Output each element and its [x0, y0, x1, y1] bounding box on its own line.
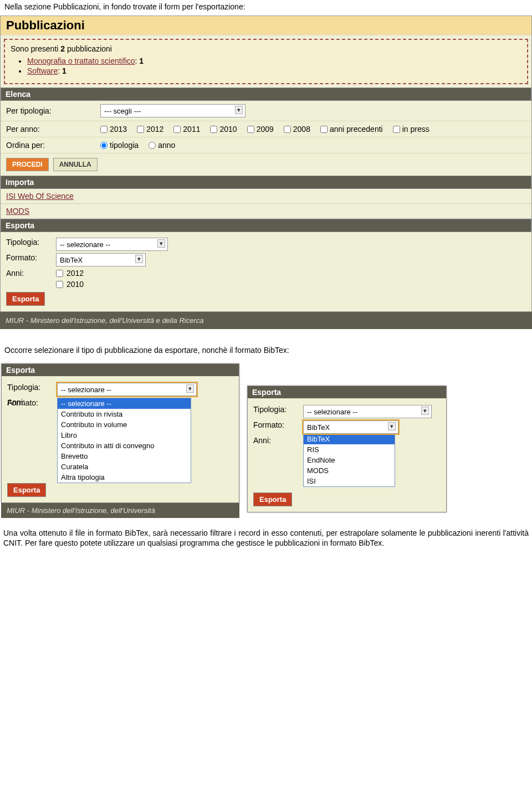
- ordina-label: Ordina per:: [6, 141, 100, 150]
- year-checkbox[interactable]: [247, 126, 254, 133]
- final-paragraph: Una volta ottenuto il file in formato Bi…: [0, 520, 532, 559]
- pubblicazioni-header: Pubblicazioni: [1, 16, 531, 35]
- formato-option-bibtex[interactable]: BibTeX: [304, 434, 395, 444]
- esporta-formato-select[interactable]: BibTeX: [56, 253, 146, 266]
- esporta-anno-checkbox[interactable]: [56, 270, 63, 277]
- pubblicazioni-panel: Pubblicazioni Sono presenti 2 pubblicazi…: [0, 16, 532, 312]
- esporta-tipologia-select[interactable]: -- selezionare --: [56, 238, 168, 251]
- mini-left-tipologia-select[interactable]: -- selezionare --: [57, 383, 197, 396]
- esporta-button[interactable]: Esporta: [6, 292, 45, 306]
- tipologia-option-curatela[interactable]: Curatela: [58, 461, 191, 472]
- importa-link-isi: ISI Web Of Science: [1, 189, 531, 204]
- pubblicazioni-summary-line: Sono presenti 2 pubblicazioni: [11, 44, 521, 53]
- mini-right-formato-select[interactable]: BibTeX: [303, 420, 398, 434]
- mini-right-tipologia-select[interactable]: -- selezionare --: [303, 405, 432, 418]
- esporta-anni-label: Anni:: [6, 269, 56, 278]
- pub-type-link-monografia[interactable]: Monografia o trattato scientifico: [27, 57, 135, 65]
- ordina-radio[interactable]: [149, 142, 156, 149]
- tipologia-option-selezionare[interactable]: -- selezionare --: [58, 398, 191, 409]
- row-ordina: Ordina per: tipologia anno: [1, 137, 531, 153]
- pubblicazioni-summary-box: Sono presenti 2 pubblicazioni Monografia…: [4, 39, 528, 84]
- esporta-anno-2012[interactable]: 2012: [56, 269, 84, 278]
- esporta-body: Tipologia: -- selezionare -- Formato: Bi…: [1, 232, 531, 311]
- intro-text-2: Occorre selezionare il tipo di pubblicaz…: [0, 329, 532, 361]
- isi-link[interactable]: ISI Web Of Science: [6, 192, 74, 201]
- formato-option-mods[interactable]: MODS: [304, 465, 395, 476]
- esporta-tipologia-label: Tipologia:: [6, 238, 56, 247]
- tipologia-option-libro[interactable]: Libro: [58, 430, 191, 440]
- annulla-button[interactable]: ANNULLA: [53, 158, 98, 171]
- tipologia-option-volume[interactable]: Contributo in volume: [58, 419, 191, 430]
- per-tipologia-select[interactable]: --- scegli ---: [100, 104, 245, 117]
- esporta-anno-2010[interactable]: 2010: [56, 280, 84, 289]
- year-check-2008[interactable]: 2008: [284, 125, 310, 134]
- elenca-button-bar: PROCEDI ANNULLA: [1, 153, 531, 176]
- year-checkbox[interactable]: [284, 126, 291, 133]
- year-check-precedenti[interactable]: anni precedenti: [320, 125, 383, 134]
- mods-link[interactable]: MODS: [6, 207, 29, 216]
- tipologia-option-rivista[interactable]: Contributo in rivista: [58, 409, 191, 419]
- mini-right-header: Esporta: [248, 386, 446, 398]
- miur-footer: MIUR - Ministero dell'Istruzione, dell'U…: [0, 312, 532, 329]
- esporta-examples-pair: Esporta Tipologia: -- selezionare -- For…: [0, 361, 532, 520]
- mini-right-anni-label: Anni:: [253, 436, 303, 445]
- formato-option-isi[interactable]: ISI: [304, 476, 395, 486]
- pub-type-count: 1: [139, 57, 144, 65]
- ordina-radio-tipologia[interactable]: tipologia: [100, 141, 139, 150]
- year-checkbox[interactable]: [100, 126, 108, 133]
- esporta-header: Esporta: [1, 219, 531, 232]
- year-check-2012[interactable]: 2012: [137, 125, 163, 134]
- esporta-formato-label: Formato:: [6, 253, 56, 262]
- tipologia-option-convegno[interactable]: Contributo in atti di convegno: [58, 440, 191, 451]
- summary-count: 2: [60, 44, 65, 53]
- year-check-2010[interactable]: 2010: [210, 125, 237, 134]
- mini-right-tipologia-label: Tipologia:: [253, 405, 303, 414]
- importa-header: Importa: [1, 176, 531, 189]
- pub-type-link-software[interactable]: Software: [27, 66, 58, 75]
- per-tipologia-label: Per tipologia:: [6, 106, 100, 115]
- esporta-formato-value: BibTeX: [60, 256, 83, 264]
- year-check-2013[interactable]: 2013: [100, 125, 127, 134]
- mini-panel-formato: Esporta Tipologia: -- selezionare -- For…: [247, 386, 447, 512]
- elenca-header: Elenca: [1, 88, 531, 101]
- intro-text-1: Nella sezione Pubblicazioni, in fondo tr…: [0, 0, 532, 16]
- year-checkbox[interactable]: [393, 126, 400, 133]
- year-checkbox[interactable]: [137, 126, 144, 133]
- mini-right-formato-label: Formato:: [253, 420, 303, 429]
- mini-left-footer: MIUR - Ministero dell'Istruzione, dell'U…: [1, 503, 239, 518]
- procedi-button[interactable]: PROCEDI: [6, 158, 49, 171]
- summary-suffix: pubblicazioni: [65, 44, 112, 53]
- mini-left-esporta-button[interactable]: Esporta: [7, 483, 46, 497]
- pub-type-item: Monografia o trattato scientifico: 1: [27, 57, 521, 65]
- importa-link-mods: MODS: [1, 204, 531, 219]
- ordina-radio[interactable]: [100, 142, 108, 149]
- mini-right-esporta-button[interactable]: Esporta: [253, 492, 292, 506]
- pub-type-item: Software: 1: [27, 66, 521, 75]
- row-per-tipologia: Per tipologia: --- scegli ---: [1, 101, 531, 121]
- year-check-2009[interactable]: 2009: [247, 125, 274, 134]
- row-per-anno: Per anno: 2013 2012 2011 2010 2009 2008 …: [1, 121, 531, 137]
- year-check-inpress[interactable]: in press: [393, 125, 429, 134]
- summary-prefix: Sono presenti: [11, 44, 60, 53]
- mini-panel-tipologia: Esporta Tipologia: -- selezionare -- For…: [1, 363, 239, 503]
- mini-left-header: Esporta: [2, 364, 239, 376]
- year-checkbox[interactable]: [320, 126, 328, 133]
- per-anno-label: Per anno:: [6, 125, 100, 134]
- formato-option-endnote[interactable]: EndNote: [304, 455, 395, 465]
- year-check-2011[interactable]: 2011: [173, 125, 200, 134]
- tipologia-option-brevetto[interactable]: Brevetto: [58, 451, 191, 461]
- year-checkbox[interactable]: [173, 126, 181, 133]
- mini-left-tipologia-label: Tipologia:: [7, 383, 57, 392]
- formato-dropdown-list[interactable]: BibTeX RIS EndNote MODS ISI: [303, 433, 395, 487]
- per-tipologia-value: --- scegli ---: [104, 107, 141, 115]
- formato-option-ris[interactable]: RIS: [304, 444, 395, 455]
- tipologia-dropdown-list[interactable]: -- selezionare -- Contributo in rivista …: [57, 398, 191, 483]
- pub-type-count: 1: [62, 66, 66, 75]
- esporta-anno-checkbox[interactable]: [56, 281, 63, 288]
- tipologia-option-altra[interactable]: Altra tipologia: [58, 472, 191, 483]
- esporta-tipologia-value: -- selezionare --: [60, 240, 110, 249]
- ordina-radio-anno[interactable]: anno: [149, 141, 175, 150]
- year-checkbox[interactable]: [210, 126, 217, 133]
- mini-left-anni-label: Anni:: [7, 398, 57, 407]
